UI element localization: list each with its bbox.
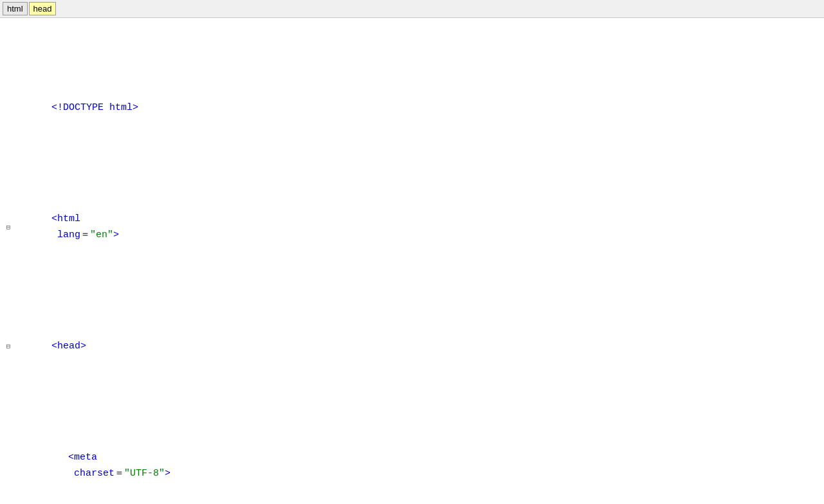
gutter-3[interactable]: ⊟ [3, 341, 14, 352]
breadcrumb-html[interactable]: html [3, 2, 28, 15]
gutter-2[interactable]: ⊟ [3, 222, 14, 233]
line-meta: <meta charset＝"UTF-8"> [0, 435, 824, 498]
line-content-doctype: <!DOCTYPE html> [14, 84, 824, 132]
line-content-head: <head> [14, 323, 824, 370]
breadcrumb-head[interactable]: head [29, 2, 57, 15]
line-head-open: ⊟ <head> [0, 323, 824, 370]
fold-icon-head[interactable]: ⊟ [6, 341, 11, 352]
fold-icon-html[interactable]: ⊟ [6, 222, 11, 233]
line-doctype: <!DOCTYPE html> [0, 84, 824, 132]
line-content-meta: <meta charset＝"UTF-8"> [31, 435, 824, 498]
line-content-html: <html lang＝"en"> [14, 195, 824, 259]
line-html-open: ⊟ <html lang＝"en"> [0, 195, 824, 259]
code-area: <!DOCTYPE html> ⊟ <html lang＝"en"> ⊟ <he… [0, 18, 824, 504]
breadcrumb-bar: html head [0, 0, 824, 18]
